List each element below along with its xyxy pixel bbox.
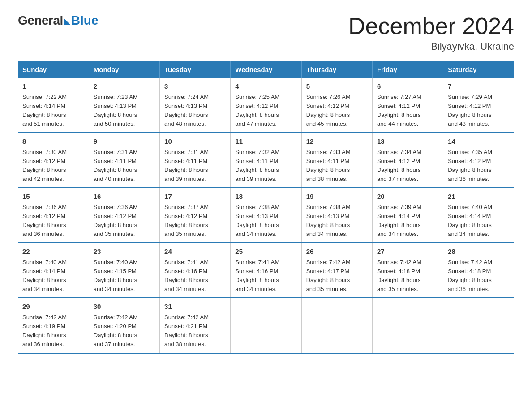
day-number: 20	[377, 192, 438, 202]
day-info: Sunrise: 7:23 AMSunset: 4:13 PMDaylight:…	[94, 94, 138, 127]
day-info: Sunrise: 7:35 AMSunset: 4:12 PMDaylight:…	[448, 149, 492, 182]
table-row: 10Sunrise: 7:31 AMSunset: 4:11 PMDayligh…	[160, 133, 231, 188]
day-number: 17	[164, 192, 226, 202]
table-row	[443, 298, 514, 353]
table-row: 5Sunrise: 7:26 AMSunset: 4:12 PMDaylight…	[301, 78, 372, 133]
day-number: 25	[235, 247, 296, 257]
calendar-header-row: Sunday Monday Tuesday Wednesday Thursday…	[18, 61, 514, 78]
day-number: 24	[164, 247, 226, 257]
table-row: 13Sunrise: 7:34 AMSunset: 4:12 PMDayligh…	[372, 133, 443, 188]
day-info: Sunrise: 7:31 AMSunset: 4:11 PMDaylight:…	[94, 149, 138, 182]
day-number: 22	[22, 247, 84, 257]
table-row: 9Sunrise: 7:31 AMSunset: 4:11 PMDaylight…	[89, 133, 159, 188]
day-info: Sunrise: 7:31 AMSunset: 4:11 PMDaylight:…	[164, 149, 209, 182]
day-number: 2	[94, 81, 155, 92]
table-row: 29Sunrise: 7:42 AMSunset: 4:19 PMDayligh…	[18, 298, 89, 353]
col-monday: Monday	[89, 61, 159, 78]
day-number: 8	[22, 137, 84, 147]
table-row: 16Sunrise: 7:36 AMSunset: 4:12 PMDayligh…	[89, 188, 159, 243]
logo: General Blue	[18, 13, 98, 28]
logo-triangle-icon	[64, 18, 70, 25]
table-row: 19Sunrise: 7:38 AMSunset: 4:13 PMDayligh…	[301, 188, 372, 243]
day-info: Sunrise: 7:29 AMSunset: 4:12 PMDaylight:…	[448, 94, 492, 127]
table-row: 24Sunrise: 7:41 AMSunset: 4:16 PMDayligh…	[160, 243, 231, 298]
table-row: 26Sunrise: 7:42 AMSunset: 4:17 PMDayligh…	[301, 243, 372, 298]
day-number: 19	[306, 192, 368, 202]
day-number: 11	[235, 137, 296, 147]
day-info: Sunrise: 7:42 AMSunset: 4:20 PMDaylight:…	[94, 314, 138, 347]
day-number: 31	[164, 302, 226, 312]
table-row: 14Sunrise: 7:35 AMSunset: 4:12 PMDayligh…	[443, 133, 514, 188]
day-number: 23	[94, 247, 155, 257]
table-row	[301, 298, 372, 353]
table-row: 28Sunrise: 7:42 AMSunset: 4:18 PMDayligh…	[443, 243, 514, 298]
table-row: 2Sunrise: 7:23 AMSunset: 4:13 PMDaylight…	[89, 78, 159, 133]
col-friday: Friday	[372, 61, 443, 78]
day-info: Sunrise: 7:37 AMSunset: 4:12 PMDaylight:…	[164, 204, 209, 237]
location: Bilyayivka, Ukraine	[348, 41, 514, 52]
table-row: 8Sunrise: 7:30 AMSunset: 4:12 PMDaylight…	[18, 133, 89, 188]
table-row: 4Sunrise: 7:25 AMSunset: 4:12 PMDaylight…	[231, 78, 301, 133]
day-info: Sunrise: 7:40 AMSunset: 4:14 PMDaylight:…	[22, 259, 67, 292]
day-number: 4	[235, 81, 296, 92]
calendar-week-row: 15Sunrise: 7:36 AMSunset: 4:12 PMDayligh…	[18, 188, 514, 243]
day-number: 28	[448, 247, 510, 257]
day-number: 12	[306, 137, 368, 147]
table-row: 20Sunrise: 7:39 AMSunset: 4:14 PMDayligh…	[372, 188, 443, 243]
day-info: Sunrise: 7:40 AMSunset: 4:14 PMDaylight:…	[448, 204, 492, 237]
table-row: 27Sunrise: 7:42 AMSunset: 4:18 PMDayligh…	[372, 243, 443, 298]
logo-blue: Blue	[71, 13, 99, 28]
calendar-week-row: 22Sunrise: 7:40 AMSunset: 4:14 PMDayligh…	[18, 243, 514, 298]
table-row: 15Sunrise: 7:36 AMSunset: 4:12 PMDayligh…	[18, 188, 89, 243]
day-number: 7	[448, 81, 510, 92]
day-info: Sunrise: 7:42 AMSunset: 4:21 PMDaylight:…	[164, 314, 209, 347]
day-info: Sunrise: 7:26 AMSunset: 4:12 PMDaylight:…	[306, 94, 351, 127]
day-number: 5	[306, 81, 368, 92]
day-info: Sunrise: 7:33 AMSunset: 4:11 PMDaylight:…	[306, 149, 351, 182]
day-info: Sunrise: 7:34 AMSunset: 4:12 PMDaylight:…	[377, 149, 421, 182]
day-info: Sunrise: 7:41 AMSunset: 4:16 PMDaylight:…	[164, 259, 209, 292]
day-number: 14	[448, 137, 510, 147]
col-tuesday: Tuesday	[160, 61, 231, 78]
day-info: Sunrise: 7:38 AMSunset: 4:13 PMDaylight:…	[306, 204, 351, 237]
day-info: Sunrise: 7:38 AMSunset: 4:13 PMDaylight:…	[235, 204, 279, 237]
day-number: 15	[22, 192, 84, 202]
table-row	[372, 298, 443, 353]
table-row: 17Sunrise: 7:37 AMSunset: 4:12 PMDayligh…	[160, 188, 231, 243]
day-info: Sunrise: 7:27 AMSunset: 4:12 PMDaylight:…	[377, 94, 421, 127]
col-saturday: Saturday	[443, 61, 514, 78]
day-info: Sunrise: 7:40 AMSunset: 4:15 PMDaylight:…	[94, 259, 138, 292]
day-info: Sunrise: 7:39 AMSunset: 4:14 PMDaylight:…	[377, 204, 421, 237]
day-info: Sunrise: 7:22 AMSunset: 4:14 PMDaylight:…	[22, 94, 67, 127]
day-info: Sunrise: 7:42 AMSunset: 4:17 PMDaylight:…	[306, 259, 351, 292]
day-info: Sunrise: 7:42 AMSunset: 4:18 PMDaylight:…	[448, 259, 492, 292]
table-row: 12Sunrise: 7:33 AMSunset: 4:11 PMDayligh…	[301, 133, 372, 188]
day-info: Sunrise: 7:36 AMSunset: 4:12 PMDaylight:…	[22, 204, 67, 237]
day-info: Sunrise: 7:36 AMSunset: 4:12 PMDaylight:…	[94, 204, 138, 237]
table-row: 18Sunrise: 7:38 AMSunset: 4:13 PMDayligh…	[231, 188, 301, 243]
page-header: General Blue December 2024 Bilyayivka, U…	[18, 13, 514, 52]
title-block: December 2024 Bilyayivka, Ukraine	[348, 13, 514, 52]
table-row: 3Sunrise: 7:24 AMSunset: 4:13 PMDaylight…	[160, 78, 231, 133]
table-row: 25Sunrise: 7:41 AMSunset: 4:16 PMDayligh…	[231, 243, 301, 298]
logo-general: General	[18, 13, 63, 28]
calendar-week-row: 1Sunrise: 7:22 AMSunset: 4:14 PMDaylight…	[18, 78, 514, 133]
day-number: 1	[22, 81, 84, 92]
day-number: 13	[377, 137, 438, 147]
table-row	[231, 298, 301, 353]
calendar-body: 1Sunrise: 7:22 AMSunset: 4:14 PMDaylight…	[18, 78, 514, 353]
day-info: Sunrise: 7:25 AMSunset: 4:12 PMDaylight:…	[235, 94, 279, 127]
day-info: Sunrise: 7:42 AMSunset: 4:18 PMDaylight:…	[377, 259, 421, 292]
day-info: Sunrise: 7:41 AMSunset: 4:16 PMDaylight:…	[235, 259, 279, 292]
month-title: December 2024	[348, 13, 514, 39]
day-number: 26	[306, 247, 368, 257]
table-row: 31Sunrise: 7:42 AMSunset: 4:21 PMDayligh…	[160, 298, 231, 353]
day-number: 18	[235, 192, 296, 202]
col-sunday: Sunday	[18, 61, 89, 78]
table-row: 6Sunrise: 7:27 AMSunset: 4:12 PMDaylight…	[372, 78, 443, 133]
day-number: 16	[94, 192, 155, 202]
table-row: 1Sunrise: 7:22 AMSunset: 4:14 PMDaylight…	[18, 78, 89, 133]
table-row: 11Sunrise: 7:32 AMSunset: 4:11 PMDayligh…	[231, 133, 301, 188]
day-number: 27	[377, 247, 438, 257]
col-wednesday: Wednesday	[231, 61, 301, 78]
